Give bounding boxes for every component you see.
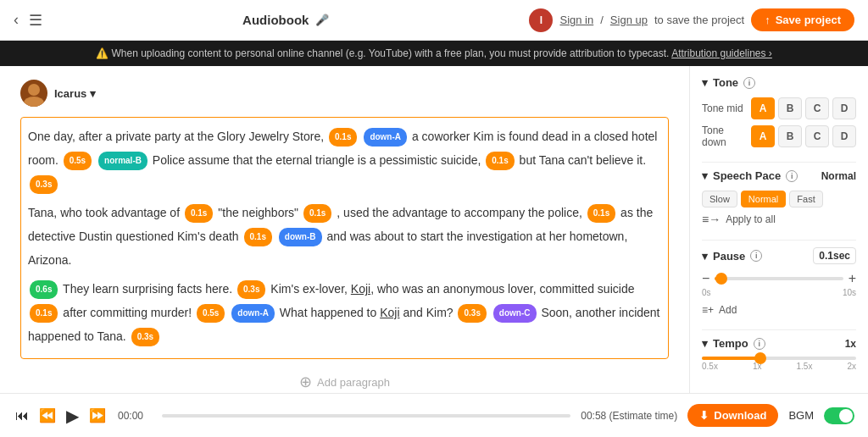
divider-3: [702, 329, 856, 330]
tag-03s-3[interactable]: 0.3s: [458, 304, 486, 323]
arrow-icon-4: ▾: [702, 337, 708, 350]
pause-slider-labels: 0s 10s: [702, 288, 856, 297]
pace-normal-btn[interactable]: Normal: [741, 191, 786, 207]
tone-mid-c[interactable]: C: [805, 97, 829, 119]
tone-mid-a[interactable]: A: [751, 97, 775, 119]
apply-all-button[interactable]: ≡→ Apply to all: [702, 213, 856, 226]
tone-down-c[interactable]: C: [805, 125, 829, 147]
tempo-slider-wrap[interactable]: [702, 357, 856, 360]
attribution-link[interactable]: Attribution guidelines ›: [671, 47, 772, 59]
back-button[interactable]: ‹: [14, 11, 19, 29]
tag-01s-5[interactable]: 0.1s: [587, 204, 615, 223]
speech-pace-info-icon[interactable]: i: [786, 170, 798, 182]
svg-point-0: [28, 84, 40, 96]
tag-down-c-1[interactable]: down-C: [493, 304, 537, 323]
tone-mid-b[interactable]: B: [778, 97, 802, 119]
pause-decrease-btn[interactable]: −: [702, 271, 709, 286]
tempo-info-icon[interactable]: i: [754, 338, 765, 350]
pause-info-icon[interactable]: i: [750, 250, 762, 262]
tempo-section: ▾ Tempo i 1x 0.5x 1x 1.5x 2x: [702, 337, 856, 371]
play-btn[interactable]: ▶: [64, 404, 81, 428]
header-right: I Sign in / Sign up to save the project …: [529, 8, 854, 32]
pause-slider-thumb[interactable]: [715, 273, 727, 285]
divider-2: [702, 240, 856, 241]
sign-up-link[interactable]: Sign up: [610, 14, 648, 26]
pause-slider-wrap: − +: [702, 271, 856, 286]
tempo-thumb[interactable]: [754, 352, 766, 364]
tag-down-b-1[interactable]: down-B: [279, 228, 322, 246]
tone-down-label: Tone down: [702, 124, 751, 148]
sign-in-link[interactable]: Sign in: [559, 14, 593, 26]
progress-bar[interactable]: [162, 414, 570, 418]
add-paragraph-button[interactable]: ⊕ Add paragraph: [20, 373, 669, 391]
paragraph-3: 0.6s They learn surprising facts here. 0…: [28, 277, 661, 348]
speech-pace-header: ▾ Speech Pace i Normal: [702, 169, 856, 182]
paragraph-2: Tana, who took advantage of 0.1s "the ne…: [28, 201, 661, 272]
tag-down-a-1[interactable]: down-A: [364, 128, 407, 147]
tempo-min-label: 0.5x: [702, 362, 718, 371]
tag-05s-2[interactable]: 0.5s: [197, 304, 225, 323]
add-icon: ≡+: [702, 304, 714, 316]
pause-add-button[interactable]: ≡+ Add: [702, 304, 856, 316]
player-controls: ⏮ ⏪ ▶ ⏩: [14, 404, 108, 428]
tone-down-row: Tone down A B C D: [702, 124, 856, 148]
header-center: Audiobook 🎤: [42, 13, 529, 27]
bgm-toggle[interactable]: [824, 407, 854, 424]
pause-slider-track[interactable]: [715, 277, 843, 280]
tempo-label: Tempo: [713, 337, 748, 350]
tag-01s-6[interactable]: 0.1s: [244, 228, 272, 246]
add-paragraph-label: Add paragraph: [317, 376, 390, 389]
speech-pace-value: Normal: [821, 170, 856, 182]
tone-down-d[interactable]: D: [832, 125, 856, 147]
tag-06s-1[interactable]: 0.6s: [30, 280, 58, 299]
tone-info-icon[interactable]: i: [743, 77, 755, 89]
tag-03s-1[interactable]: 0.3s: [30, 175, 58, 194]
tag-01s-1[interactable]: 0.1s: [329, 128, 357, 147]
tone-mid-btn-group: A B C D: [751, 97, 856, 119]
pause-value: 0.1sec: [813, 247, 856, 264]
tone-down-b[interactable]: B: [778, 125, 802, 147]
tag-normal-b-1[interactable]: normal-B: [98, 152, 147, 170]
tag-03s-2[interactable]: 0.3s: [237, 280, 265, 299]
download-icon: ⬇: [699, 409, 709, 422]
pause-increase-btn[interactable]: +: [849, 271, 856, 286]
tone-mid-row: Tone mid A B C D: [702, 97, 856, 119]
mic-icon: 🎤: [315, 14, 329, 26]
download-button[interactable]: ⬇ Download: [687, 404, 778, 427]
tag-05s-1[interactable]: 0.5s: [64, 152, 92, 170]
tag-01s-3[interactable]: 0.1s: [185, 204, 213, 223]
plus-icon: ⊕: [299, 373, 312, 391]
attribution-banner: ⚠️ When uploading content to personal on…: [0, 41, 868, 66]
tag-down-a-2[interactable]: down-A: [231, 304, 275, 323]
save-label: Save project: [776, 14, 841, 26]
tone-label: Tone: [713, 76, 738, 89]
tone-mid-d[interactable]: D: [832, 97, 856, 119]
tag-01s-4[interactable]: 0.1s: [303, 204, 331, 223]
rewind-btn[interactable]: ⏪: [37, 406, 58, 425]
menu-button[interactable]: ☰: [29, 11, 42, 30]
dropdown-icon: ▾: [90, 87, 96, 100]
tag-01s-2[interactable]: 0.1s: [486, 152, 514, 170]
author-name-dropdown[interactable]: Icarus ▾: [54, 87, 96, 100]
tempo-track[interactable]: [702, 357, 856, 360]
tone-down-a[interactable]: A: [751, 125, 775, 147]
apply-all-label: Apply to all: [726, 213, 776, 225]
tempo-header: ▾ Tempo i: [702, 337, 765, 350]
author-avatar: [20, 80, 47, 107]
arrow-icon-3: ▾: [702, 250, 708, 263]
tag-03s-4[interactable]: 0.3s: [131, 328, 159, 346]
save-project-button[interactable]: ↑ Save project: [751, 8, 854, 31]
tone-section-header: ▾ Tone i: [702, 76, 856, 89]
fast-forward-btn[interactable]: ⏩: [87, 406, 108, 425]
header-left: ‹ ☰: [14, 11, 42, 30]
tag-01s-7[interactable]: 0.1s: [30, 304, 58, 323]
tempo-fill: [702, 357, 760, 360]
pace-slow-btn[interactable]: Slow: [702, 191, 737, 207]
svg-point-1: [24, 97, 44, 107]
editor-content[interactable]: One day, after a private party at the Gl…: [20, 117, 669, 359]
tone-down-btn-group: A B C D: [751, 125, 856, 147]
pace-fast-btn[interactable]: Fast: [789, 191, 822, 207]
skip-back-btn[interactable]: ⏮: [14, 407, 31, 425]
download-label: Download: [714, 409, 766, 422]
right-panel: ▾ Tone i Tone mid A B C D Tone down A B …: [690, 66, 868, 393]
